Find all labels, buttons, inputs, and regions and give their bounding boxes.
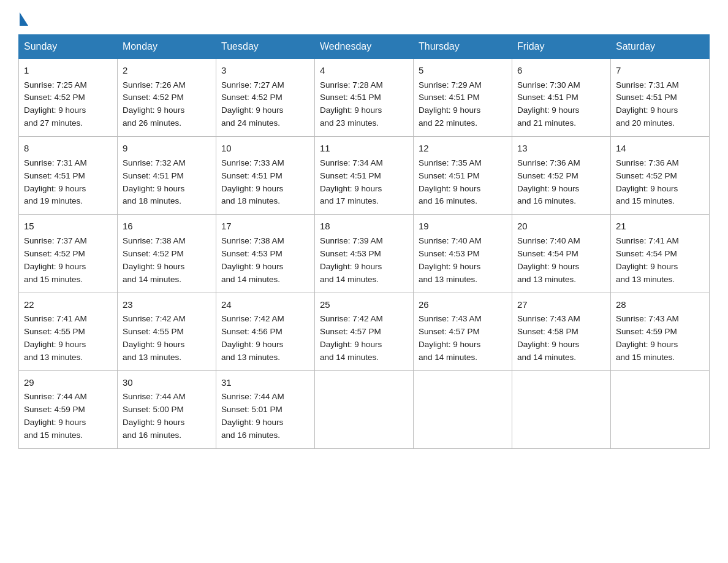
calendar-week-row: 1Sunrise: 7:25 AMSunset: 4:52 PMDaylight… bbox=[19, 59, 710, 137]
table-row: 18Sunrise: 7:39 AMSunset: 4:53 PMDayligh… bbox=[315, 215, 414, 293]
day-number: 24 bbox=[221, 298, 309, 312]
table-row: 3Sunrise: 7:27 AMSunset: 4:52 PMDaylight… bbox=[216, 59, 315, 137]
day-info: Sunrise: 7:27 AMSunset: 4:52 PMDaylight:… bbox=[221, 80, 284, 128]
day-info: Sunrise: 7:42 AMSunset: 4:55 PMDaylight:… bbox=[123, 314, 186, 362]
day-info: Sunrise: 7:28 AMSunset: 4:51 PMDaylight:… bbox=[320, 80, 383, 128]
day-info: Sunrise: 7:42 AMSunset: 4:56 PMDaylight:… bbox=[221, 314, 284, 362]
day-number: 11 bbox=[320, 142, 408, 156]
table-row: 22Sunrise: 7:41 AMSunset: 4:55 PMDayligh… bbox=[19, 293, 118, 370]
day-info: Sunrise: 7:39 AMSunset: 4:53 PMDaylight:… bbox=[320, 236, 383, 284]
table-row: 7Sunrise: 7:31 AMSunset: 4:51 PMDaylight… bbox=[611, 59, 710, 137]
day-number: 26 bbox=[419, 298, 507, 312]
day-info: Sunrise: 7:32 AMSunset: 4:51 PMDaylight:… bbox=[123, 158, 186, 206]
day-number: 25 bbox=[320, 298, 408, 312]
table-row: 17Sunrise: 7:38 AMSunset: 4:53 PMDayligh… bbox=[216, 215, 315, 293]
day-info: Sunrise: 7:35 AMSunset: 4:51 PMDaylight:… bbox=[419, 158, 482, 206]
day-info: Sunrise: 7:30 AMSunset: 4:51 PMDaylight:… bbox=[517, 80, 580, 128]
day-number: 1 bbox=[24, 64, 112, 78]
table-row: 29Sunrise: 7:44 AMSunset: 4:59 PMDayligh… bbox=[19, 370, 118, 448]
day-number: 19 bbox=[419, 220, 507, 234]
table-row bbox=[611, 370, 710, 448]
logo-triangle-icon bbox=[20, 12, 28, 26]
day-number: 10 bbox=[221, 142, 309, 156]
day-number: 12 bbox=[419, 142, 507, 156]
calendar-table: Sunday Monday Tuesday Wednesday Thursday… bbox=[18, 34, 710, 449]
table-row bbox=[315, 370, 414, 448]
calendar-header-row: Sunday Monday Tuesday Wednesday Thursday… bbox=[19, 35, 710, 59]
table-row: 20Sunrise: 7:40 AMSunset: 4:54 PMDayligh… bbox=[512, 215, 611, 293]
day-number: 31 bbox=[221, 376, 309, 390]
table-row: 5Sunrise: 7:29 AMSunset: 4:51 PMDaylight… bbox=[414, 59, 512, 137]
day-number: 21 bbox=[616, 220, 704, 234]
col-monday: Monday bbox=[118, 35, 216, 59]
day-number: 18 bbox=[320, 220, 408, 234]
day-info: Sunrise: 7:40 AMSunset: 4:53 PMDaylight:… bbox=[419, 236, 482, 284]
day-number: 15 bbox=[24, 220, 112, 234]
table-row: 30Sunrise: 7:44 AMSunset: 5:00 PMDayligh… bbox=[118, 370, 216, 448]
day-info: Sunrise: 7:34 AMSunset: 4:51 PMDaylight:… bbox=[320, 158, 383, 206]
day-info: Sunrise: 7:43 AMSunset: 4:57 PMDaylight:… bbox=[419, 314, 482, 362]
day-info: Sunrise: 7:42 AMSunset: 4:57 PMDaylight:… bbox=[320, 314, 383, 362]
day-info: Sunrise: 7:41 AMSunset: 4:55 PMDaylight:… bbox=[24, 314, 87, 362]
table-row: 28Sunrise: 7:43 AMSunset: 4:59 PMDayligh… bbox=[611, 293, 710, 370]
table-row: 25Sunrise: 7:42 AMSunset: 4:57 PMDayligh… bbox=[315, 293, 414, 370]
day-info: Sunrise: 7:31 AMSunset: 4:51 PMDaylight:… bbox=[616, 80, 679, 128]
day-info: Sunrise: 7:38 AMSunset: 4:53 PMDaylight:… bbox=[221, 236, 284, 284]
day-info: Sunrise: 7:33 AMSunset: 4:51 PMDaylight:… bbox=[221, 158, 284, 206]
day-number: 7 bbox=[616, 64, 704, 78]
table-row: 14Sunrise: 7:36 AMSunset: 4:52 PMDayligh… bbox=[611, 137, 710, 215]
table-row: 26Sunrise: 7:43 AMSunset: 4:57 PMDayligh… bbox=[414, 293, 512, 370]
calendar-week-row: 8Sunrise: 7:31 AMSunset: 4:51 PMDaylight… bbox=[19, 137, 710, 215]
table-row: 31Sunrise: 7:44 AMSunset: 5:01 PMDayligh… bbox=[216, 370, 315, 448]
day-number: 4 bbox=[320, 64, 408, 78]
table-row: 10Sunrise: 7:33 AMSunset: 4:51 PMDayligh… bbox=[216, 137, 315, 215]
day-number: 23 bbox=[123, 298, 211, 312]
table-row bbox=[512, 370, 611, 448]
calendar-week-row: 15Sunrise: 7:37 AMSunset: 4:52 PMDayligh… bbox=[19, 215, 710, 293]
day-info: Sunrise: 7:44 AMSunset: 5:01 PMDaylight:… bbox=[221, 392, 284, 440]
table-row: 15Sunrise: 7:37 AMSunset: 4:52 PMDayligh… bbox=[19, 215, 118, 293]
table-row: 6Sunrise: 7:30 AMSunset: 4:51 PMDaylight… bbox=[512, 59, 611, 137]
day-number: 16 bbox=[123, 220, 211, 234]
day-info: Sunrise: 7:36 AMSunset: 4:52 PMDaylight:… bbox=[517, 158, 580, 206]
table-row: 21Sunrise: 7:41 AMSunset: 4:54 PMDayligh… bbox=[611, 215, 710, 293]
day-number: 22 bbox=[24, 298, 112, 312]
day-info: Sunrise: 7:36 AMSunset: 4:52 PMDaylight:… bbox=[616, 158, 679, 206]
day-info: Sunrise: 7:43 AMSunset: 4:59 PMDaylight:… bbox=[616, 314, 679, 362]
day-number: 3 bbox=[221, 64, 309, 78]
table-row: 27Sunrise: 7:43 AMSunset: 4:58 PMDayligh… bbox=[512, 293, 611, 370]
table-row: 9Sunrise: 7:32 AMSunset: 4:51 PMDaylight… bbox=[118, 137, 216, 215]
day-number: 20 bbox=[517, 220, 605, 234]
page-header bbox=[18, 12, 710, 22]
day-number: 28 bbox=[616, 298, 704, 312]
day-info: Sunrise: 7:40 AMSunset: 4:54 PMDaylight:… bbox=[517, 236, 580, 284]
day-info: Sunrise: 7:41 AMSunset: 4:54 PMDaylight:… bbox=[616, 236, 679, 284]
day-number: 14 bbox=[616, 142, 704, 156]
day-info: Sunrise: 7:25 AMSunset: 4:52 PMDaylight:… bbox=[24, 80, 87, 128]
day-info: Sunrise: 7:43 AMSunset: 4:58 PMDaylight:… bbox=[517, 314, 580, 362]
table-row: 16Sunrise: 7:38 AMSunset: 4:52 PMDayligh… bbox=[118, 215, 216, 293]
day-number: 9 bbox=[123, 142, 211, 156]
col-sunday: Sunday bbox=[19, 35, 118, 59]
col-thursday: Thursday bbox=[414, 35, 512, 59]
calendar-week-row: 22Sunrise: 7:41 AMSunset: 4:55 PMDayligh… bbox=[19, 293, 710, 370]
table-row: 8Sunrise: 7:31 AMSunset: 4:51 PMDaylight… bbox=[19, 137, 118, 215]
day-number: 27 bbox=[517, 298, 605, 312]
col-saturday: Saturday bbox=[611, 35, 710, 59]
table-row bbox=[414, 370, 512, 448]
day-number: 8 bbox=[24, 142, 112, 156]
day-number: 2 bbox=[123, 64, 211, 78]
table-row: 4Sunrise: 7:28 AMSunset: 4:51 PMDaylight… bbox=[315, 59, 414, 137]
day-number: 5 bbox=[419, 64, 507, 78]
day-number: 29 bbox=[24, 376, 112, 390]
table-row: 19Sunrise: 7:40 AMSunset: 4:53 PMDayligh… bbox=[414, 215, 512, 293]
table-row: 11Sunrise: 7:34 AMSunset: 4:51 PMDayligh… bbox=[315, 137, 414, 215]
day-info: Sunrise: 7:44 AMSunset: 4:59 PMDaylight:… bbox=[24, 392, 87, 440]
day-info: Sunrise: 7:44 AMSunset: 5:00 PMDaylight:… bbox=[123, 392, 186, 440]
calendar-week-row: 29Sunrise: 7:44 AMSunset: 4:59 PMDayligh… bbox=[19, 370, 710, 448]
day-number: 13 bbox=[517, 142, 605, 156]
day-number: 6 bbox=[517, 64, 605, 78]
day-info: Sunrise: 7:31 AMSunset: 4:51 PMDaylight:… bbox=[24, 158, 87, 206]
logo-area bbox=[18, 12, 29, 22]
col-friday: Friday bbox=[512, 35, 611, 59]
